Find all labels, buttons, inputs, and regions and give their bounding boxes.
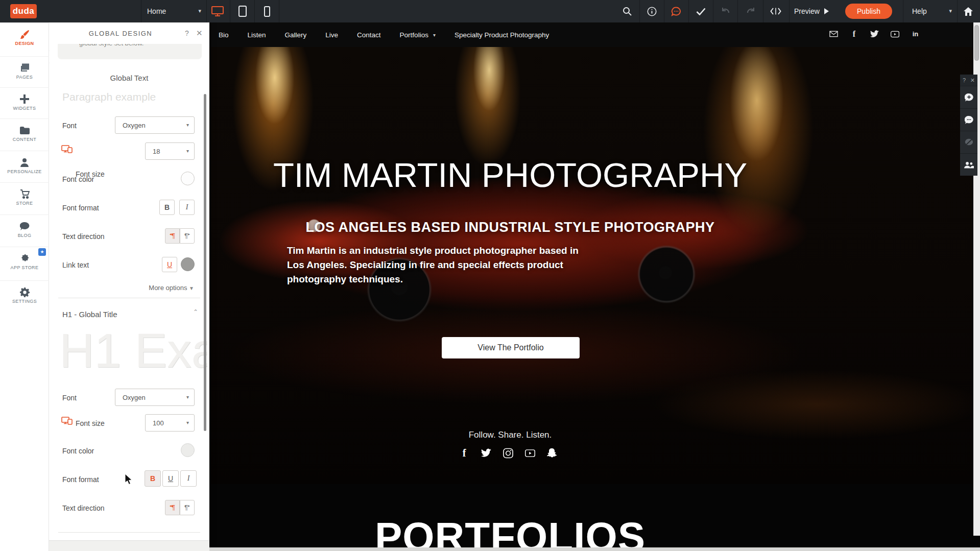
site-nav-listen[interactable]: Listen: [248, 31, 266, 39]
rtl-toggle[interactable]: ¶▸: [180, 228, 195, 244]
site-nav-bio[interactable]: Bio: [219, 31, 229, 39]
chevron-down-icon: ▾: [186, 420, 189, 425]
collaborators-button[interactable]: [960, 153, 977, 176]
portfolios-section: PORTFOLIOS: [209, 484, 980, 551]
users-icon: [964, 161, 974, 169]
sidebar-item-label: BLOG: [0, 233, 49, 238]
sidebar-item-widgets[interactable]: WIDGETS: [0, 87, 49, 119]
h1-rtl-toggle[interactable]: ¶▸: [180, 500, 195, 515]
italic-toggle[interactable]: I: [179, 200, 195, 215]
undo-icon: [721, 7, 730, 15]
cart-icon: [0, 189, 49, 199]
info-icon: [647, 7, 657, 16]
snapchat-icon[interactable]: [547, 448, 557, 458]
dashboard-home-button[interactable]: [957, 0, 980, 22]
sidebar-item-label: CONTENT: [0, 137, 49, 142]
preview-bottom-edge: [209, 547, 980, 551]
youtube-icon[interactable]: [525, 448, 535, 458]
duda-logo[interactable]: duda: [10, 4, 37, 18]
site-nav-contact[interactable]: Contact: [357, 31, 381, 39]
comment-bubble-icon: [671, 7, 681, 16]
play-icon: [824, 8, 829, 14]
site-nav-gallery[interactable]: Gallery: [285, 31, 307, 39]
sidebar-item-label: PAGES: [0, 75, 49, 80]
h1-font-select[interactable]: Oxygen ▾: [115, 389, 195, 406]
publish-button[interactable]: Publish: [845, 4, 892, 19]
help-dropdown[interactable]: Help ▾: [908, 0, 956, 22]
site-scrollbar-thumb[interactable]: [974, 25, 979, 61]
mobile-view-button[interactable]: [255, 0, 279, 22]
sidebar-item-design[interactable]: DESIGN: [0, 22, 49, 54]
twitter-icon[interactable]: [870, 30, 879, 38]
h1-font-size-select[interactable]: 100 ▾: [145, 414, 195, 432]
collapse-section-button[interactable]: ⌃: [193, 308, 198, 316]
panel-close-button[interactable]: ✕: [196, 29, 203, 38]
page-selector-dropdown[interactable]: Home ▾: [142, 0, 206, 22]
toolbar-help-button[interactable]: ?: [963, 77, 966, 83]
h1-ltr-toggle[interactable]: ◂¶: [165, 500, 180, 515]
font-select[interactable]: Oxygen ▾: [115, 116, 195, 134]
comments-toolbar: ? ✕: [960, 75, 977, 176]
view-portfolio-button[interactable]: View The Portfolio: [442, 337, 580, 358]
font-size-select[interactable]: 18 ▾: [145, 142, 195, 160]
twitter-icon[interactable]: [481, 448, 491, 458]
h1-underline-toggle[interactable]: U: [162, 470, 179, 487]
app-store-badge: ★: [38, 248, 46, 256]
show-comments-button[interactable]: [960, 108, 977, 131]
site-nav-portfolios[interactable]: Portfolios: [400, 31, 428, 39]
sidebar-item-label: WIDGETS: [0, 106, 49, 111]
header-social-links: f in: [829, 30, 920, 38]
page-selector-label: Home: [147, 7, 166, 15]
h1-font-color-swatch[interactable]: [181, 443, 195, 457]
sidebar-item-content[interactable]: CONTENT: [0, 118, 49, 150]
undo-button[interactable]: [713, 0, 737, 22]
desktop-icon: [211, 6, 224, 17]
facebook-icon[interactable]: f: [459, 448, 469, 458]
add-comment-button[interactable]: [960, 86, 977, 108]
link-color-swatch[interactable]: [181, 257, 195, 271]
ltr-toggle[interactable]: ◂¶: [165, 228, 180, 244]
site-nav-live[interactable]: Live: [325, 31, 338, 39]
linkedin-icon[interactable]: in: [911, 30, 920, 38]
sidebar-item-store[interactable]: STORE: [0, 182, 49, 214]
link-underline-toggle[interactable]: U: [162, 257, 177, 272]
comments-button[interactable]: [664, 0, 688, 22]
speech-bubble-icon: [0, 221, 49, 231]
muted-comment-icon: [965, 138, 973, 146]
hero-description: Tim Martin is an industrial style produc…: [287, 244, 588, 286]
save-check-button[interactable]: [689, 0, 712, 22]
panel-help-button[interactable]: ?: [185, 29, 189, 37]
more-options-link[interactable]: More options ▼: [49, 284, 194, 292]
sidebar-item-label: SETTINGS: [0, 299, 49, 304]
sidebar-item-app-store[interactable]: ★ APP STORE: [0, 247, 49, 278]
global-text-heading: Global Text: [49, 74, 209, 82]
hide-resolved-comments-button[interactable]: [960, 131, 977, 153]
search-button[interactable]: [615, 0, 639, 22]
responsive-devices-icon: [61, 417, 73, 425]
tablet-view-button[interactable]: [231, 0, 254, 22]
desktop-view-button[interactable]: [206, 0, 229, 22]
font-color-swatch[interactable]: [181, 172, 195, 185]
bold-toggle[interactable]: B: [159, 200, 175, 215]
site-preview-canvas: Bio Listen Gallery Live Contact Portfoli…: [209, 22, 980, 551]
sidebar-item-personalize[interactable]: PERSONALIZE: [0, 151, 49, 182]
h1-bold-toggle[interactable]: B: [145, 470, 161, 487]
sidebar-item-settings[interactable]: SETTINGS: [0, 280, 49, 312]
link-text-label: Link text: [62, 261, 89, 269]
developer-mode-button[interactable]: [764, 0, 787, 22]
folder-icon: [0, 125, 49, 135]
facebook-icon[interactable]: f: [850, 30, 858, 38]
sidebar-item-blog[interactable]: BLOG: [0, 214, 49, 246]
sidebar-item-pages[interactable]: PAGES: [0, 56, 49, 88]
youtube-icon[interactable]: [891, 30, 899, 38]
panel-scrollbar[interactable]: [204, 94, 206, 431]
toolbar-close-button[interactable]: ✕: [970, 77, 975, 84]
redo-button[interactable]: [739, 0, 762, 22]
h1-italic-toggle[interactable]: I: [180, 470, 197, 487]
mobile-icon: [264, 6, 270, 17]
email-icon[interactable]: [829, 30, 838, 38]
instagram-icon[interactable]: [503, 448, 513, 458]
site-nav-specialty[interactable]: Specialty Product Photography: [455, 31, 549, 39]
preview-button[interactable]: Preview: [794, 0, 829, 22]
info-button[interactable]: [640, 0, 663, 22]
